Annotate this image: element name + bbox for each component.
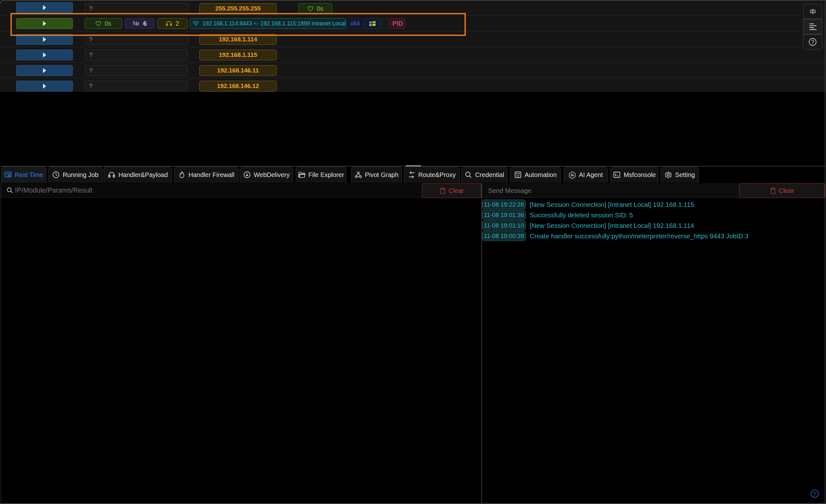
svg-text:?: ? <box>813 491 816 497</box>
svg-text:?: ? <box>811 40 814 45</box>
